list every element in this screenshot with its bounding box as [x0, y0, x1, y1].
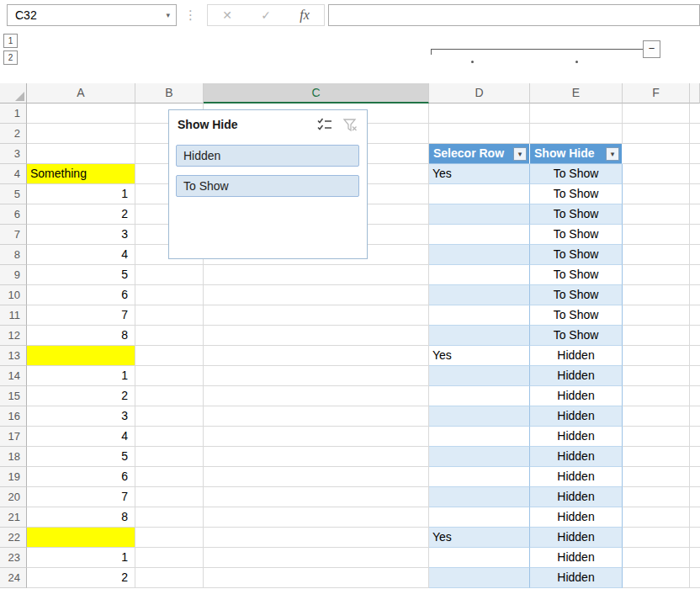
cell-A11[interactable]: 7	[27, 305, 135, 326]
cell-A16[interactable]: 3	[27, 406, 135, 427]
multi-select-icon[interactable]	[316, 117, 333, 134]
filter-button-selecor-row[interactable]: ▾	[513, 147, 527, 161]
cell-F2[interactable]	[623, 124, 690, 144]
cell-F19[interactable]	[623, 467, 690, 487]
cell-E15[interactable]: Hidden	[530, 386, 623, 406]
cell-D17[interactable]	[429, 427, 530, 447]
cell-D2[interactable]	[429, 124, 530, 144]
row-header-15[interactable]: 15	[0, 386, 27, 406]
cell-A8[interactable]: 4	[27, 245, 135, 265]
cell-D13[interactable]: Yes	[429, 346, 530, 366]
cell-C12[interactable]	[204, 326, 429, 346]
column-header-C[interactable]: C	[204, 83, 429, 103]
column-header-D[interactable]: D	[429, 83, 530, 103]
cell-D4[interactable]: Yes	[429, 164, 530, 184]
column-header-E[interactable]: E	[530, 83, 623, 103]
cell-B24[interactable]	[135, 568, 204, 588]
cell-E22[interactable]: Hidden	[530, 528, 623, 548]
cell-D1[interactable]	[429, 103, 530, 124]
row-header-20[interactable]: 20	[0, 487, 27, 507]
cell-E23[interactable]: Hidden	[530, 548, 623, 568]
row-header-14[interactable]: 14	[0, 366, 27, 386]
cell-B19[interactable]	[135, 467, 204, 487]
cell-A21[interactable]: 8	[27, 507, 135, 528]
outline-level-2-button[interactable]: 2	[3, 50, 18, 65]
cell-E5[interactable]: To Show	[530, 184, 623, 204]
cell-A1[interactable]	[27, 103, 135, 124]
cell-C16[interactable]	[204, 406, 429, 427]
cell-C18[interactable]	[204, 447, 429, 467]
cell-E10[interactable]: To Show	[530, 285, 623, 305]
cell-E7[interactable]: To Show	[530, 225, 623, 245]
cell-D12[interactable]	[429, 326, 530, 346]
cell-A18[interactable]: 5	[27, 447, 135, 467]
cell-F7[interactable]	[623, 225, 690, 245]
cell-A4[interactable]: Something	[27, 164, 135, 184]
cell-A14[interactable]: 1	[27, 366, 135, 386]
cell-D8[interactable]	[429, 245, 530, 265]
cell-E19[interactable]: Hidden	[530, 467, 623, 487]
row-header-18[interactable]: 18	[0, 447, 27, 467]
cell-A10[interactable]: 6	[27, 285, 135, 305]
cell-C10[interactable]	[204, 285, 429, 305]
table-header-show-hide[interactable]: Show Hide▾	[530, 144, 623, 164]
cell-F16[interactable]	[623, 406, 690, 427]
row-header-24[interactable]: 24	[0, 568, 27, 588]
row-header-19[interactable]: 19	[0, 467, 27, 487]
cell-F8[interactable]	[623, 245, 690, 265]
cell-B12[interactable]	[135, 326, 204, 346]
cell-D18[interactable]	[429, 447, 530, 467]
cell-E1[interactable]	[530, 103, 623, 124]
cell-E4[interactable]: To Show	[530, 164, 623, 184]
cell-F21[interactable]	[623, 507, 690, 528]
cell-D20[interactable]	[429, 487, 530, 507]
cell-E13[interactable]: Hidden	[530, 346, 623, 366]
cell-F18[interactable]	[623, 447, 690, 467]
cell-B23[interactable]	[135, 548, 204, 568]
outline-collapse-button[interactable]: −	[643, 40, 660, 58]
cell-D6[interactable]	[429, 204, 530, 225]
cell-C14[interactable]	[204, 366, 429, 386]
cell-B14[interactable]	[135, 366, 204, 386]
filter-button-show-hide[interactable]: ▾	[606, 147, 619, 161]
row-header-6[interactable]: 6	[0, 204, 27, 225]
row-header-10[interactable]: 10	[0, 285, 27, 305]
cell-D14[interactable]	[429, 366, 530, 386]
cell-D24[interactable]	[429, 568, 530, 588]
outline-level-1-button[interactable]: 1	[3, 34, 18, 48]
cell-C9[interactable]	[204, 265, 429, 285]
cell-B9[interactable]	[135, 265, 204, 285]
cell-D15[interactable]	[429, 386, 530, 406]
row-header-21[interactable]: 21	[0, 507, 27, 528]
cell-F17[interactable]	[623, 427, 690, 447]
column-header-F[interactable]: F	[623, 83, 690, 103]
cell-B20[interactable]	[135, 487, 204, 507]
name-box-dropdown-icon[interactable]: ▾	[166, 5, 170, 25]
cell-C11[interactable]	[204, 305, 429, 326]
cell-D22[interactable]: Yes	[429, 528, 530, 548]
row-header-8[interactable]: 8	[0, 245, 27, 265]
table-header-selecor-row[interactable]: Selecor Row▾	[429, 144, 530, 164]
slicer-item-hidden[interactable]: Hidden	[176, 145, 359, 167]
cell-F23[interactable]	[623, 548, 690, 568]
select-all-button[interactable]	[0, 83, 27, 103]
cell-A22[interactable]	[27, 528, 135, 548]
cell-E12[interactable]: To Show	[530, 326, 623, 346]
cell-E18[interactable]: Hidden	[530, 447, 623, 467]
cell-F20[interactable]	[623, 487, 690, 507]
cell-D19[interactable]	[429, 467, 530, 487]
cell-E17[interactable]: Hidden	[530, 427, 623, 447]
slicer-item-to-show[interactable]: To Show	[176, 175, 359, 197]
cell-E11[interactable]: To Show	[530, 305, 623, 326]
cell-C13[interactable]	[204, 346, 429, 366]
row-header-1[interactable]: 1	[0, 103, 27, 124]
cell-D9[interactable]	[429, 265, 530, 285]
cell-A23[interactable]: 1	[27, 548, 135, 568]
cell-A5[interactable]: 1	[27, 184, 135, 204]
row-header-11[interactable]: 11	[0, 305, 27, 326]
cell-A12[interactable]: 8	[27, 326, 135, 346]
cell-B18[interactable]	[135, 447, 204, 467]
row-header-22[interactable]: 22	[0, 528, 27, 548]
cell-B11[interactable]	[135, 305, 204, 326]
insert-function-icon[interactable]: fx	[300, 8, 310, 23]
